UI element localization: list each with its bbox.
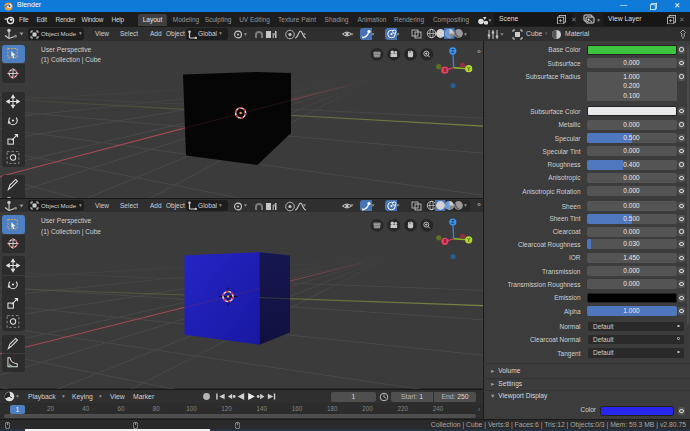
svg-text:Z: Z bbox=[451, 47, 454, 53]
svg-text:Z: Z bbox=[451, 219, 454, 225]
